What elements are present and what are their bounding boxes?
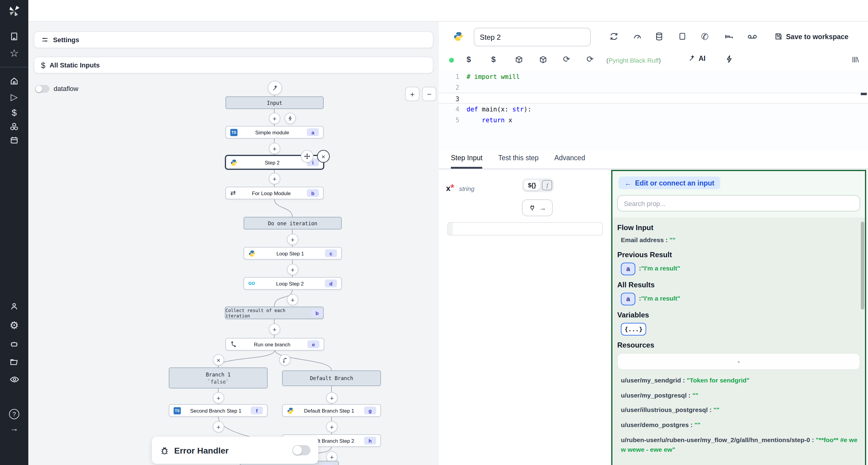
node-input[interactable]: Input (225, 96, 324, 109)
node-loop-step2[interactable]: GO Loop Step 2 d (244, 277, 342, 290)
tab-advanced[interactable]: Advanced (554, 154, 585, 169)
prop-value: "" (713, 406, 719, 413)
panel-scrollbar[interactable] (861, 222, 864, 309)
trigger-bolt-button[interactable] (284, 113, 296, 124)
sleep-icon[interactable] (724, 32, 734, 41)
package-icon[interactable] (539, 56, 547, 64)
node-second-branch-step1[interactable]: TS Second Branch Step 1 f (169, 404, 268, 417)
prop-row[interactable]: u/user/my_sendgrid : "Token for sendgrid… (621, 376, 860, 386)
sidebar-item-favorites[interactable]: ☆ (0, 46, 28, 60)
tab-step-input[interactable]: Step Input (451, 154, 483, 169)
connect-input-button[interactable]: → (522, 199, 553, 216)
add-branch-button[interactable] (279, 354, 290, 366)
sidebar-item-settings[interactable]: ⚙ (0, 318, 28, 332)
prop-row[interactable]: u/user/illustrious_postgresql : "" (621, 406, 860, 415)
save-to-workspace-button[interactable]: Save to workspace (775, 33, 848, 40)
fn-toggle-button[interactable]: f (542, 180, 553, 190)
ai-assistant-button[interactable]: AI (688, 55, 706, 62)
save-to-workspace-label: Save to workspace (786, 33, 848, 40)
library-icon[interactable] (851, 56, 860, 64)
prop-row[interactable]: u/ruben-user/u/ruben-user/my_flow_2/g/al… (621, 435, 860, 455)
expr-toggle-button[interactable]: ${} (524, 180, 540, 190)
reload-icon[interactable]: ⟳ (587, 54, 593, 64)
sidebar-item-workers[interactable] (0, 337, 28, 351)
prop-row[interactable]: u/user/demo_postgres : "" (621, 421, 860, 430)
error-handler-toggle[interactable] (292, 445, 310, 455)
suspend-phone-icon[interactable]: ✆ (701, 31, 709, 42)
tab-test-this-step[interactable]: Test this step (498, 154, 538, 169)
prop-row[interactable]: {...} (621, 323, 860, 335)
node-for-loop[interactable]: ⇄ For Loop Module b (225, 187, 324, 199)
input-mode-toggle[interactable]: ${} f (522, 178, 554, 192)
node-collect-result[interactable]: Collect result of each iteration b (225, 307, 324, 319)
windmill-logo[interactable] (0, 0, 28, 21)
gauge-icon[interactable] (633, 32, 642, 41)
add-step-button[interactable]: + (213, 421, 224, 432)
node-default-branch-step1[interactable]: Default Branch Step 1 g (282, 404, 381, 417)
sidebar-item-audit[interactable] (0, 372, 28, 387)
prop-value: "" (670, 236, 675, 243)
bolt-icon[interactable] (725, 55, 734, 63)
move-node-button[interactable] (301, 150, 313, 163)
add-step-button[interactable]: + (287, 234, 299, 245)
search-prop-input[interactable]: Search prop... (617, 195, 860, 211)
flow-canvas[interactable]: Settings $ All Static Inputs dataflow + … (28, 21, 439, 465)
resources-filter-box[interactable]: - (617, 353, 860, 370)
result-id-badge[interactable]: a (621, 263, 635, 275)
delete-node-button[interactable]: × (317, 150, 330, 163)
sidebar-item-runs[interactable]: ▷ (0, 90, 28, 104)
add-step-button[interactable]: + (326, 421, 338, 432)
add-step-button[interactable]: + (269, 324, 280, 335)
variables-dollar-icon[interactable]: $ (467, 55, 471, 64)
node-simple-module[interactable]: TS Simple module a (225, 126, 324, 138)
editor-scroll-indicator[interactable] (861, 93, 867, 95)
sidebar-item-variables[interactable]: $ (0, 105, 28, 119)
ai-suggest-node-button[interactable] (268, 81, 282, 95)
add-step-button[interactable]: + (213, 392, 224, 404)
cache-database-icon[interactable] (655, 32, 664, 41)
sidebar-item-resources[interactable] (0, 119, 28, 134)
step-name-input[interactable]: Step 2 (474, 28, 591, 46)
node-loop-step1[interactable]: Loop Step 1 c (244, 247, 342, 260)
add-step-button[interactable]: + (326, 392, 338, 404)
prop-row[interactable]: a : "I'm a result" (621, 263, 860, 275)
node-label: Input (267, 100, 282, 106)
add-step-button[interactable]: + (287, 264, 299, 275)
section-flow-input: Flow Input (617, 224, 860, 232)
retry-icon[interactable] (610, 32, 618, 41)
help-circle-icon: ? (9, 409, 19, 419)
add-step-button[interactable]: + (269, 113, 280, 124)
result-id-badge[interactable]: a (621, 293, 635, 305)
sidebar-item-folders[interactable] (0, 355, 28, 369)
prop-row[interactable]: u/user/my_postgresql : "" (621, 391, 860, 400)
node-do-one-iteration[interactable]: Do one iteration (244, 217, 342, 230)
arg-value-input[interactable] (447, 222, 603, 235)
variables-object-badge[interactable]: {...} (621, 323, 646, 335)
node-default-branch[interactable]: Default Branch (282, 370, 381, 386)
back-to-edit-button[interactable]: ← Edit or connect an input (618, 176, 720, 189)
remove-branch-button[interactable]: × (213, 354, 224, 366)
sidebar-item-schedules[interactable] (0, 133, 28, 147)
prop-row[interactable]: a : "I'm a result" (621, 293, 860, 305)
add-step-button[interactable]: + (269, 143, 280, 154)
reset-icon[interactable]: ⟳ (563, 54, 570, 64)
sidebar-item-users[interactable] (0, 299, 28, 313)
sidebar-item-home[interactable] (0, 73, 28, 88)
code-editor[interactable]: 1 # import wmill 2 3 4 def main(x: str):… (439, 71, 868, 150)
search-placeholder: Search prop... (624, 200, 665, 207)
sidebar-item-workspace[interactable] (0, 29, 28, 43)
node-branch1[interactable]: Branch 1 `false` (169, 367, 268, 389)
prop-row[interactable]: Email address : "" (621, 235, 860, 245)
sidebar-item-collapse[interactable]: → (0, 421, 28, 435)
node-run-one-branch[interactable]: Run one branch e (225, 338, 324, 351)
node-label: Second Branch Step 1 (184, 407, 247, 413)
sidebar-item-help[interactable]: ? (0, 406, 28, 421)
mock-voicemail-icon[interactable] (747, 33, 757, 40)
add-step-button[interactable]: + (287, 294, 299, 305)
resources-dollar-icon[interactable]: $ (491, 55, 495, 64)
section-all-results: All Results (617, 281, 860, 289)
add-step-button[interactable]: + (269, 173, 280, 184)
error-handler-panel[interactable]: Error Handler (152, 437, 318, 464)
concurrency-box-icon[interactable] (678, 32, 687, 40)
package-icon[interactable] (515, 56, 523, 64)
